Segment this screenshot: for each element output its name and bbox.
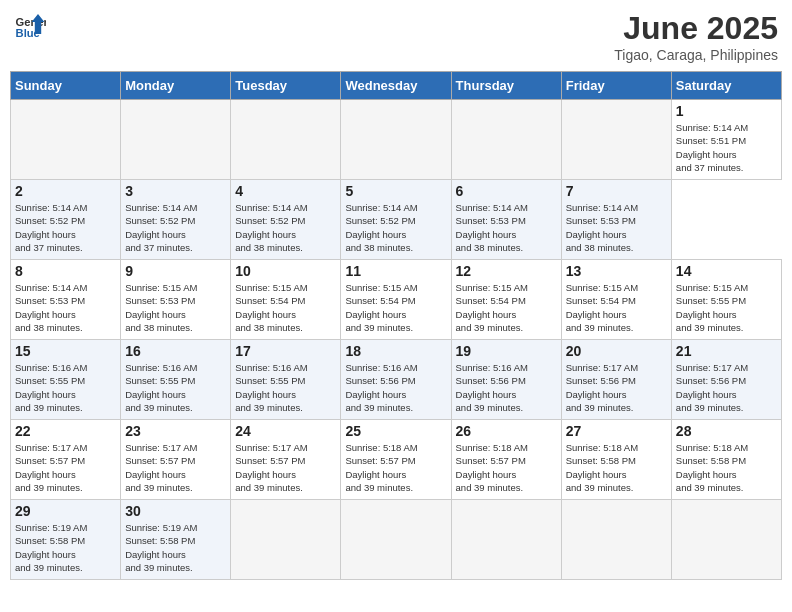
calendar-cell: 9 Sunrise: 5:15 AM Sunset: 5:53 PM Dayli… bbox=[121, 260, 231, 340]
day-header-wednesday: Wednesday bbox=[341, 72, 451, 100]
calendar-cell: 2 Sunrise: 5:14 AM Sunset: 5:52 PM Dayli… bbox=[11, 180, 121, 260]
day-info: Sunrise: 5:14 AM Sunset: 5:53 PM Dayligh… bbox=[566, 201, 667, 254]
day-number: 6 bbox=[456, 183, 557, 199]
day-info: Sunrise: 5:17 AM Sunset: 5:56 PM Dayligh… bbox=[676, 361, 777, 414]
day-info: Sunrise: 5:16 AM Sunset: 5:55 PM Dayligh… bbox=[15, 361, 116, 414]
day-number: 26 bbox=[456, 423, 557, 439]
day-info: Sunrise: 5:15 AM Sunset: 5:53 PM Dayligh… bbox=[125, 281, 226, 334]
week-row-1: 1 Sunrise: 5:14 AM Sunset: 5:51 PM Dayli… bbox=[11, 100, 782, 180]
calendar-cell bbox=[231, 100, 341, 180]
calendar-cell bbox=[451, 500, 561, 580]
day-header-sunday: Sunday bbox=[11, 72, 121, 100]
day-number: 1 bbox=[676, 103, 777, 119]
day-info: Sunrise: 5:17 AM Sunset: 5:57 PM Dayligh… bbox=[15, 441, 116, 494]
calendar-cell: 25 Sunrise: 5:18 AM Sunset: 5:57 PM Dayl… bbox=[341, 420, 451, 500]
day-number: 2 bbox=[15, 183, 116, 199]
day-info: Sunrise: 5:15 AM Sunset: 5:54 PM Dayligh… bbox=[566, 281, 667, 334]
day-header-thursday: Thursday bbox=[451, 72, 561, 100]
day-number: 14 bbox=[676, 263, 777, 279]
header-row: SundayMondayTuesdayWednesdayThursdayFrid… bbox=[11, 72, 782, 100]
calendar-cell bbox=[561, 500, 671, 580]
calendar-cell: 18 Sunrise: 5:16 AM Sunset: 5:56 PM Dayl… bbox=[341, 340, 451, 420]
day-header-saturday: Saturday bbox=[671, 72, 781, 100]
day-info: Sunrise: 5:15 AM Sunset: 5:54 PM Dayligh… bbox=[235, 281, 336, 334]
day-info: Sunrise: 5:14 AM Sunset: 5:52 PM Dayligh… bbox=[125, 201, 226, 254]
calendar-cell: 10 Sunrise: 5:15 AM Sunset: 5:54 PM Dayl… bbox=[231, 260, 341, 340]
calendar-cell bbox=[121, 100, 231, 180]
calendar-cell: 13 Sunrise: 5:15 AM Sunset: 5:54 PM Dayl… bbox=[561, 260, 671, 340]
week-row-3: 8 Sunrise: 5:14 AM Sunset: 5:53 PM Dayli… bbox=[11, 260, 782, 340]
calendar-cell: 21 Sunrise: 5:17 AM Sunset: 5:56 PM Dayl… bbox=[671, 340, 781, 420]
calendar-cell bbox=[341, 500, 451, 580]
day-header-friday: Friday bbox=[561, 72, 671, 100]
day-number: 8 bbox=[15, 263, 116, 279]
calendar-cell bbox=[561, 100, 671, 180]
calendar-cell bbox=[231, 500, 341, 580]
day-info: Sunrise: 5:16 AM Sunset: 5:56 PM Dayligh… bbox=[456, 361, 557, 414]
day-number: 20 bbox=[566, 343, 667, 359]
day-info: Sunrise: 5:19 AM Sunset: 5:58 PM Dayligh… bbox=[15, 521, 116, 574]
calendar-cell: 29 Sunrise: 5:19 AM Sunset: 5:58 PM Dayl… bbox=[11, 500, 121, 580]
day-number: 30 bbox=[125, 503, 226, 519]
calendar-cell: 30 Sunrise: 5:19 AM Sunset: 5:58 PM Dayl… bbox=[121, 500, 231, 580]
calendar-cell: 15 Sunrise: 5:16 AM Sunset: 5:55 PM Dayl… bbox=[11, 340, 121, 420]
day-info: Sunrise: 5:14 AM Sunset: 5:52 PM Dayligh… bbox=[235, 201, 336, 254]
day-info: Sunrise: 5:15 AM Sunset: 5:55 PM Dayligh… bbox=[676, 281, 777, 334]
day-number: 28 bbox=[676, 423, 777, 439]
day-number: 22 bbox=[15, 423, 116, 439]
day-number: 23 bbox=[125, 423, 226, 439]
day-number: 11 bbox=[345, 263, 446, 279]
week-row-4: 15 Sunrise: 5:16 AM Sunset: 5:55 PM Dayl… bbox=[11, 340, 782, 420]
day-number: 3 bbox=[125, 183, 226, 199]
calendar-cell bbox=[341, 100, 451, 180]
day-number: 29 bbox=[15, 503, 116, 519]
day-number: 13 bbox=[566, 263, 667, 279]
calendar-cell: 28 Sunrise: 5:18 AM Sunset: 5:58 PM Dayl… bbox=[671, 420, 781, 500]
calendar-cell: 4 Sunrise: 5:14 AM Sunset: 5:52 PM Dayli… bbox=[231, 180, 341, 260]
day-info: Sunrise: 5:14 AM Sunset: 5:52 PM Dayligh… bbox=[15, 201, 116, 254]
calendar-cell: 14 Sunrise: 5:15 AM Sunset: 5:55 PM Dayl… bbox=[671, 260, 781, 340]
logo: General Blue bbox=[14, 10, 46, 42]
day-number: 21 bbox=[676, 343, 777, 359]
calendar-cell: 6 Sunrise: 5:14 AM Sunset: 5:53 PM Dayli… bbox=[451, 180, 561, 260]
calendar-cell: 1 Sunrise: 5:14 AM Sunset: 5:51 PM Dayli… bbox=[671, 100, 781, 180]
calendar-cell: 27 Sunrise: 5:18 AM Sunset: 5:58 PM Dayl… bbox=[561, 420, 671, 500]
calendar-cell: 26 Sunrise: 5:18 AM Sunset: 5:57 PM Dayl… bbox=[451, 420, 561, 500]
day-number: 24 bbox=[235, 423, 336, 439]
day-number: 15 bbox=[15, 343, 116, 359]
day-number: 5 bbox=[345, 183, 446, 199]
day-info: Sunrise: 5:16 AM Sunset: 5:55 PM Dayligh… bbox=[125, 361, 226, 414]
day-number: 4 bbox=[235, 183, 336, 199]
day-number: 12 bbox=[456, 263, 557, 279]
day-info: Sunrise: 5:15 AM Sunset: 5:54 PM Dayligh… bbox=[456, 281, 557, 334]
day-number: 16 bbox=[125, 343, 226, 359]
day-info: Sunrise: 5:18 AM Sunset: 5:58 PM Dayligh… bbox=[676, 441, 777, 494]
day-info: Sunrise: 5:17 AM Sunset: 5:57 PM Dayligh… bbox=[235, 441, 336, 494]
calendar-cell: 5 Sunrise: 5:14 AM Sunset: 5:52 PM Dayli… bbox=[341, 180, 451, 260]
calendar-cell: 16 Sunrise: 5:16 AM Sunset: 5:55 PM Dayl… bbox=[121, 340, 231, 420]
location-title: Tigao, Caraga, Philippines bbox=[614, 47, 778, 63]
day-header-monday: Monday bbox=[121, 72, 231, 100]
calendar-cell: 22 Sunrise: 5:17 AM Sunset: 5:57 PM Dayl… bbox=[11, 420, 121, 500]
calendar-cell: 20 Sunrise: 5:17 AM Sunset: 5:56 PM Dayl… bbox=[561, 340, 671, 420]
week-row-6: 29 Sunrise: 5:19 AM Sunset: 5:58 PM Dayl… bbox=[11, 500, 782, 580]
calendar-cell: 12 Sunrise: 5:15 AM Sunset: 5:54 PM Dayl… bbox=[451, 260, 561, 340]
day-info: Sunrise: 5:16 AM Sunset: 5:55 PM Dayligh… bbox=[235, 361, 336, 414]
calendar-cell: 19 Sunrise: 5:16 AM Sunset: 5:56 PM Dayl… bbox=[451, 340, 561, 420]
calendar-cell: 8 Sunrise: 5:14 AM Sunset: 5:53 PM Dayli… bbox=[11, 260, 121, 340]
calendar-cell bbox=[11, 100, 121, 180]
day-number: 27 bbox=[566, 423, 667, 439]
day-number: 18 bbox=[345, 343, 446, 359]
day-info: Sunrise: 5:18 AM Sunset: 5:57 PM Dayligh… bbox=[456, 441, 557, 494]
day-header-tuesday: Tuesday bbox=[231, 72, 341, 100]
day-info: Sunrise: 5:17 AM Sunset: 5:57 PM Dayligh… bbox=[125, 441, 226, 494]
day-info: Sunrise: 5:16 AM Sunset: 5:56 PM Dayligh… bbox=[345, 361, 446, 414]
calendar-cell: 7 Sunrise: 5:14 AM Sunset: 5:53 PM Dayli… bbox=[561, 180, 671, 260]
day-info: Sunrise: 5:14 AM Sunset: 5:52 PM Dayligh… bbox=[345, 201, 446, 254]
calendar-cell: 17 Sunrise: 5:16 AM Sunset: 5:55 PM Dayl… bbox=[231, 340, 341, 420]
calendar-cell bbox=[671, 500, 781, 580]
calendar-table: SundayMondayTuesdayWednesdayThursdayFrid… bbox=[10, 71, 782, 580]
week-row-2: 2 Sunrise: 5:14 AM Sunset: 5:52 PM Dayli… bbox=[11, 180, 782, 260]
day-info: Sunrise: 5:14 AM Sunset: 5:51 PM Dayligh… bbox=[676, 121, 777, 174]
month-title: June 2025 bbox=[614, 10, 778, 47]
